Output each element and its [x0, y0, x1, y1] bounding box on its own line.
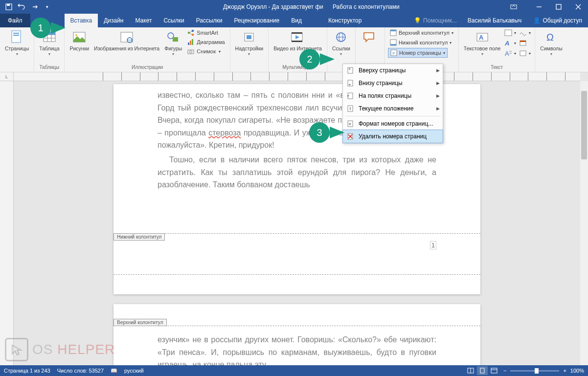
title-bar: ▾ Джордж Оруэлл - Да здравствует фикус.d… — [0, 0, 588, 14]
shapes-icon — [165, 29, 181, 45]
svg-rect-24 — [192, 30, 194, 32]
tab-references[interactable]: Ссылки — [158, 14, 190, 27]
page-icon — [9, 29, 25, 45]
header-tab-label[interactable]: Верхний колонтитул — [113, 319, 167, 326]
comment-icon — [361, 29, 377, 45]
drop-cap-button[interactable]: A▾ — [503, 49, 517, 58]
bottom-page-icon: # — [346, 79, 355, 88]
quick-access-toolbar: ▾ — [0, 2, 56, 12]
status-page[interactable]: Страница 1 из 243 — [4, 368, 50, 374]
undo-icon[interactable] — [17, 2, 26, 12]
status-proofing-icon[interactable]: 📖 — [111, 368, 117, 374]
svg-rect-23 — [188, 32, 190, 34]
user-account[interactable]: Василий Батькавыч — [462, 17, 528, 24]
svg-rect-74 — [491, 368, 497, 373]
bulb-icon: 💡 — [414, 17, 421, 24]
view-buttons — [465, 366, 499, 375]
redo-icon[interactable] — [29, 2, 39, 12]
chart-icon — [187, 38, 195, 46]
picture-icon — [71, 29, 87, 45]
svg-rect-28 — [188, 43, 189, 45]
group-illustrations: Рисунки Изображения из Интернета Фигуры … — [65, 27, 230, 72]
status-bar: Страница 1 из 243 Число слов: 53527 📖 ру… — [0, 365, 588, 376]
zoom-in-button[interactable]: + — [563, 368, 566, 374]
tab-view[interactable]: Вид — [285, 14, 308, 27]
spelling-error[interactable]: стервоза — [208, 129, 241, 137]
comment-button[interactable] — [359, 28, 379, 47]
symbols-button[interactable]: Ω Символы ▾ — [538, 28, 564, 57]
qat-customize-icon[interactable]: ▾ — [42, 2, 52, 12]
margins-icon: # — [346, 91, 355, 100]
submenu-arrow-icon: ▶ — [436, 106, 440, 111]
chart-button[interactable]: Диаграмма — [185, 38, 226, 46]
online-pictures-button[interactable]: Изображения из Интернета — [92, 28, 161, 53]
svg-point-32 — [190, 51, 192, 53]
minimize-button[interactable] — [529, 0, 549, 14]
group-symbols: Ω Символы ▾ — [535, 27, 567, 72]
tab-constructor[interactable]: Конструктор — [322, 14, 367, 27]
footer-tab-label[interactable]: Нижний колонтитул — [113, 233, 165, 241]
pages-button[interactable]: Страницы ▾ — [3, 28, 31, 57]
header-button[interactable]: Верхний колонтитул▾ — [388, 28, 455, 37]
tab-mailings[interactable]: Рассылки — [190, 14, 228, 27]
omega-icon: Ω — [543, 29, 559, 45]
zoom-level[interactable]: 100% — [570, 368, 584, 374]
document-body-2[interactable]: езунчик» не в россыпи других монет. Гово… — [158, 333, 436, 365]
tab-file[interactable]: Файл — [0, 14, 30, 27]
scrollbar-thumb[interactable] — [581, 91, 587, 159]
menu-bottom-of-page[interactable]: #Внизу страницы▶ — [343, 77, 443, 89]
page-number-button[interactable]: #Номер страницы▾ — [388, 48, 448, 58]
tab-design[interactable]: Дизайн — [98, 14, 129, 27]
print-layout-button[interactable] — [477, 366, 488, 375]
signature-button[interactable]: ▾ — [518, 28, 532, 37]
window-controls — [529, 0, 588, 14]
pictures-button[interactable]: Рисунки — [68, 28, 91, 53]
link-icon — [333, 29, 349, 45]
quick-parts-button[interactable]: ▾ — [503, 28, 517, 37]
maximize-button[interactable] — [549, 0, 568, 14]
web-layout-button[interactable] — [489, 366, 499, 375]
close-button[interactable] — [568, 0, 588, 14]
screenshot-button[interactable]: Снимок▾ — [185, 47, 226, 56]
group-text: A Текстовое поле ▾ ▾ A▾ A▾ ▾ ▾ Текст — [459, 27, 535, 72]
status-language[interactable]: русский — [124, 368, 143, 374]
smartart-button[interactable]: SmartArt — [185, 28, 226, 37]
status-word-count[interactable]: Число слов: 53527 — [57, 368, 104, 374]
wordart-button[interactable]: A▾ — [503, 39, 517, 47]
vertical-ruler[interactable] — [0, 81, 14, 365]
menu-page-margins[interactable]: #На полях страницы▶ — [343, 89, 443, 102]
vertical-scrollbar[interactable] — [580, 81, 588, 365]
ruler-corner[interactable]: L — [0, 72, 14, 81]
save-icon[interactable] — [4, 2, 14, 12]
shapes-button[interactable]: Фигуры ▾ — [162, 28, 184, 57]
page-2[interactable]: Верхний колонтитул езунчик» не в россыпи… — [113, 304, 480, 365]
menu-remove-page-numbers[interactable]: Удалить номера страниц — [342, 130, 443, 143]
ribbon-options-icon[interactable] — [508, 1, 520, 13]
group-addins: Надстройки ▾ — [230, 27, 269, 72]
addins-button[interactable]: Надстройки ▾ — [233, 28, 266, 57]
group-pages: Страницы ▾ — [0, 27, 34, 72]
footer-button[interactable]: Нижний колонтитул▾ — [388, 38, 453, 47]
menu-top-of-page[interactable]: #Вверху страницы▶ — [343, 64, 443, 77]
menu-format-page-numbers[interactable]: #Формат номеров страниц... — [343, 117, 443, 130]
tab-layout[interactable]: Макет — [129, 14, 158, 27]
date-time-button[interactable] — [518, 39, 532, 47]
read-mode-button[interactable] — [465, 366, 476, 375]
zoom-slider[interactable] — [510, 370, 559, 372]
svg-rect-34 — [247, 35, 251, 39]
svg-rect-22 — [173, 37, 178, 42]
svg-rect-25 — [192, 34, 194, 36]
tab-review[interactable]: Рецензирование — [228, 14, 286, 27]
addins-icon — [241, 29, 257, 45]
page-number-field[interactable]: 1 — [430, 241, 436, 249]
horizontal-ruler[interactable] — [14, 72, 580, 81]
tab-insert[interactable]: Вставка — [65, 14, 98, 27]
share-button[interactable]: 👤Общий доступ — [527, 17, 588, 24]
zoom-out-button[interactable]: − — [503, 368, 506, 374]
ribbon-display-options — [508, 1, 520, 13]
svg-rect-30 — [192, 39, 193, 45]
tell-me-search[interactable]: 💡Помощник... — [409, 17, 462, 24]
object-button[interactable]: ▾ — [518, 49, 532, 58]
textbox-button[interactable]: A Текстовое поле ▾ — [462, 28, 502, 57]
menu-current-position[interactable]: Текущее положение▶ — [343, 102, 443, 115]
